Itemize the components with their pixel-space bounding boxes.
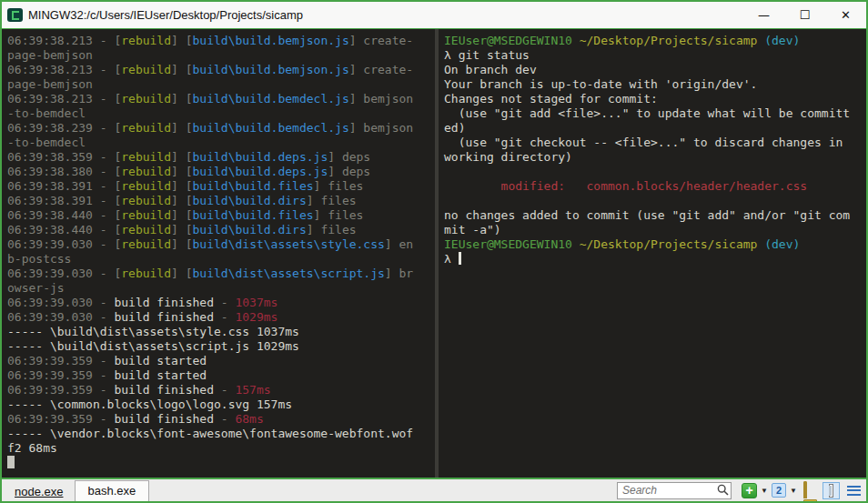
terminal-line: 06:39:38.213 - [rebuild] [build\build.be… (7, 63, 435, 77)
terminal-line: 06:39:39.359 - build started (7, 354, 435, 368)
terminal-text: ~/Desktop/Projects/sicamp (580, 34, 758, 47)
conemu-logo-icon (12, 11, 19, 20)
block-cursor (7, 456, 15, 468)
terminal-pane-node[interactable]: 06:39:38.213 - [rebuild] [build\build.be… (2, 29, 435, 478)
terminal-text: 06:39:39.359 - (7, 368, 114, 382)
terminal-text: ] files (314, 179, 364, 193)
search-input[interactable] (617, 482, 732, 499)
terminal-line: λ git status (444, 48, 866, 63)
terminal-text (572, 237, 580, 251)
terminal-text: f2 68ms (7, 441, 57, 455)
terminal-text: ] bemjson (349, 121, 413, 135)
terminal-text: ] [ (171, 150, 192, 164)
terminal-text: build\build.bemjson.js (193, 63, 349, 76)
terminal-text: (dev) (764, 237, 800, 251)
terminal-line: owser-js (7, 281, 435, 296)
text-cursor (459, 252, 461, 265)
terminal-text: 06:39:39.030 - [ (7, 237, 121, 251)
terminal-text: ] [ (171, 121, 192, 135)
terminal-text: λ git status (444, 48, 530, 62)
terminal-line: (use "git checkout -- <file>..." to disc… (444, 136, 866, 150)
active-console-number-button[interactable]: 2 (772, 483, 786, 498)
terminal-line: 06:39:38.440 - [rebuild] [build\build.fi… (7, 208, 435, 223)
terminal-text: page-bemjson (7, 48, 93, 62)
terminal-text: ] [ (171, 34, 192, 47)
terminal-line: page-bemjson (7, 77, 435, 92)
terminal-text: build finished (114, 310, 214, 324)
terminal-text: 06:39:39.030 - (7, 296, 114, 309)
terminal-text: rebuild (121, 121, 171, 135)
statusbar: node.exebash.exe + ▼ 2 ▼ (2, 478, 866, 501)
terminal-text: ] [ (171, 165, 192, 178)
terminal-text: build\build.dirs (193, 194, 307, 207)
app-icon (7, 8, 23, 22)
terminal-text: rebuild (121, 63, 171, 76)
terminal-text: rebuild (121, 194, 171, 207)
minimize-button[interactable]: — (743, 3, 784, 28)
terminal-text: (dev) (764, 34, 800, 47)
terminal-text: rebuild (121, 179, 171, 193)
terminal-text: build\dist\assets\style.css (193, 237, 385, 251)
lock-icon[interactable] (803, 483, 817, 498)
app-window: MINGW32:/c/Users/IEUser/Desktop/Projects… (0, 0, 868, 503)
titlebar: MINGW32:/c/Users/IEUser/Desktop/Projects… (2, 2, 866, 29)
terminal-text: ~/Desktop/Projects/sicamp (580, 237, 758, 251)
terminal-text: ] [ (171, 194, 192, 207)
terminal-text: IEUser@MSEDGEWIN10 (444, 237, 572, 251)
terminal-text: ] br (385, 267, 413, 280)
terminal-pane-bash[interactable]: IEUser@MSEDGEWIN10 ~/Desktop/Projects/si… (439, 29, 866, 478)
terminal-line: 06:39:39.030 - build finished - 1037ms (7, 296, 435, 310)
tab-node-exe[interactable]: node.exe (4, 483, 75, 501)
terminal-text: (use "git checkout -- <file>..." to disc… (444, 136, 843, 149)
menu-line (847, 486, 861, 488)
terminal-text: mit -a") (444, 223, 501, 236)
terminal-text: ] bemjson (349, 92, 413, 106)
terminal-text: build\build.bemjson.js (193, 34, 349, 47)
terminal-line (7, 456, 435, 470)
maximize-button[interactable]: ☐ (784, 3, 825, 28)
terminal-text: ] deps (328, 165, 370, 178)
terminal-text: IEUser@MSEDGEWIN10 (444, 34, 572, 47)
terminal-line: ----- \build\dist\assets\script.js 1029m… (7, 339, 435, 354)
terminal-text: build\build.files (193, 179, 314, 193)
terminal-text: 06:39:38.359 - [ (7, 150, 121, 164)
terminal-text: 06:39:38.239 - [ (7, 121, 121, 135)
terminal-line: 06:39:39.359 - build finished - 157ms (7, 383, 435, 397)
terminal-text: 1029ms (235, 310, 278, 324)
terminal-text: ] [ (171, 237, 192, 251)
view-toggle-button[interactable] (823, 482, 840, 499)
terminal-line: Changes not staged for commit: (444, 92, 866, 106)
terminal-text: ] create- (349, 34, 413, 47)
console-list-dropdown-icon[interactable]: ▼ (789, 487, 798, 495)
terminal-text: -to-bemdecl (7, 136, 86, 149)
terminal-text: build\build.deps.js (193, 150, 328, 164)
terminal-text: 06:39:39.359 - (7, 354, 114, 367)
terminal-line: 06:39:39.359 - build finished - 68ms (7, 412, 435, 427)
tab-bash-exe[interactable]: bash.exe (75, 480, 150, 501)
terminal-line: f2 68ms (7, 441, 435, 456)
terminal-text: rebuild (121, 267, 171, 280)
menu-line (847, 489, 861, 491)
menu-line (847, 494, 861, 496)
terminal-line: 06:39:38.213 - [rebuild] [build\build.be… (7, 34, 435, 48)
terminal-text: build started (114, 368, 207, 382)
terminal-text: (use "git add <file>..." to update what … (444, 106, 850, 120)
terminal-line: working directory) (444, 150, 866, 165)
terminal-line: mit -a") (444, 223, 866, 237)
panel-icon (829, 484, 833, 498)
close-button[interactable]: ✕ (825, 3, 866, 28)
terminal-text: build\build.files (193, 208, 314, 222)
terminal-text: rebuild (121, 223, 171, 236)
terminal-text: rebuild (121, 208, 171, 222)
terminal-text: ] deps (328, 150, 370, 164)
terminal-text: ----- \vendor.blocks\font-awesome\fontaw… (7, 427, 413, 440)
terminal-text: build started (114, 354, 207, 367)
new-console-button[interactable]: + (742, 483, 757, 498)
terminal-text: Changes not staged for commit: (444, 92, 658, 106)
terminal-line: no changes added to commit (use "git add… (444, 208, 866, 223)
terminal-text: build finished (114, 296, 214, 309)
new-console-dropdown-icon[interactable]: ▼ (760, 487, 769, 495)
terminal-text: 06:39:38.213 - [ (7, 92, 121, 106)
terminal-line: 06:39:38.391 - [rebuild] [build\build.di… (7, 194, 435, 208)
menu-button[interactable] (847, 486, 861, 496)
